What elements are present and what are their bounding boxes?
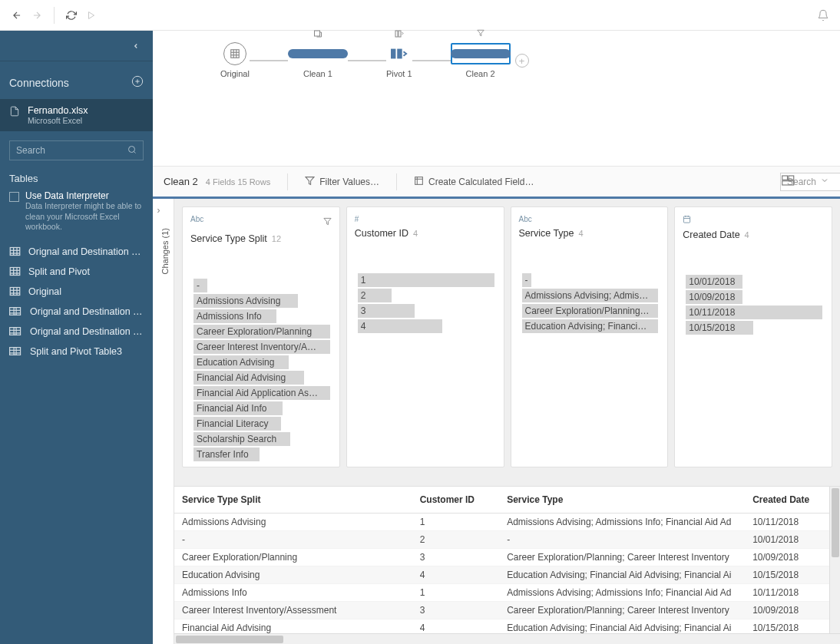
sidebar: Connections Fernando.xlsx Microsoft Exce… [0,31,153,644]
table-item[interactable]: Orignal and Destination … [0,302,153,322]
column-header[interactable]: Customer ID [412,487,500,514]
table-row[interactable]: -2-10/01/2018 [174,531,840,549]
flow-node-clean2[interactable]: Clean 2 [451,43,511,78]
value-row[interactable]: Admissions Info [190,309,332,324]
chevron-down-icon[interactable] [820,176,829,187]
collapse-sidebar-icon[interactable] [130,40,142,52]
svg-marker-43 [477,30,483,36]
value-row[interactable]: Education Advising [190,355,332,370]
value-row[interactable]: 10/11/2018 [683,305,824,320]
tables-label: Tables [0,170,153,190]
svg-rect-40 [399,31,401,37]
svg-rect-45 [415,177,423,184]
value-row[interactable]: 10/01/2018 [683,274,824,289]
svg-marker-0 [89,12,94,18]
svg-rect-39 [395,31,398,37]
add-connection-icon[interactable] [131,75,144,90]
table-item[interactable]: Orignal and Destination … [0,322,153,342]
value-row[interactable]: Career Exploration/Planning [190,324,332,339]
table-row[interactable]: Career Exploration/Planning3Career Explo… [174,549,840,566]
svg-point-4 [129,146,135,152]
refresh-icon[interactable] [65,9,78,21]
value-row[interactable]: Career Exploration/Planning… [519,303,660,319]
svg-rect-6 [10,248,20,256]
table-item[interactable]: Orignal and Destination … [0,242,153,262]
field-card[interactable]: AbcService Type Split12-Admissions Advis… [182,206,340,467]
svg-rect-50 [782,176,788,180]
svg-rect-22 [14,308,21,315]
value-row[interactable]: Admissions Advising; Admis… [519,288,660,303]
field-card[interactable]: #Customer ID41234 [346,206,504,467]
value-row[interactable]: Financial Aid Application As… [190,385,332,401]
svg-rect-21 [10,308,17,315]
value-row[interactable]: 1 [355,272,496,288]
value-row[interactable]: Career Interest Inventory/A… [190,339,332,355]
filter-values-button[interactable]: Filter Values… [305,176,379,188]
flow-node-original[interactable]: Original [220,43,250,78]
table-row[interactable]: Admissions Advising1Admissions Advising;… [174,514,840,531]
back-icon[interactable] [11,9,23,21]
value-row[interactable]: Education Advising; Financi… [519,319,660,334]
table-row[interactable]: Financial Aid Advising4Education Advisin… [174,619,840,634]
calc-icon [414,176,424,188]
connections-label: Connections [9,77,69,89]
value-row[interactable]: 10/15/2018 [683,320,824,335]
sidebar-search[interactable]: Search [9,140,144,160]
svg-rect-38 [314,31,319,36]
table-row[interactable]: Education Advising4Education Advising; F… [174,566,840,584]
flow-node-pivot1[interactable]: Pivot 1 [386,43,412,78]
create-calc-button[interactable]: Create Calculated Field… [414,176,534,188]
value-row[interactable]: Scholarship Search [190,431,332,447]
value-row[interactable]: 2 [355,288,496,303]
checkbox[interactable] [9,192,19,202]
svg-marker-53 [324,218,331,224]
pivot-icon [394,29,405,40]
value-row[interactable]: - [190,278,332,293]
changes-panel-toggle[interactable]: › Changes (1) [153,199,174,644]
forward-icon [31,9,43,21]
scrollbar-vertical[interactable] [829,487,840,633]
scrollbar-horizontal[interactable] [174,633,840,644]
svg-rect-42 [397,49,402,59]
value-row[interactable]: Transfer Info [190,447,332,462]
column-header[interactable]: Service Type [499,487,745,514]
flow-node-clean1[interactable]: Clean 1 [288,43,348,78]
column-header[interactable]: Service Type Split [174,487,412,514]
data-grid[interactable]: Service Type SplitCustomer IDService Typ… [174,487,840,633]
bell-icon[interactable] [817,9,829,21]
step-title: Clean 2 [164,176,198,187]
value-row[interactable]: Financial Literacy [190,416,332,431]
play-icon [85,9,98,21]
field-card[interactable]: AbcService Type4-Admissions Advising; Ad… [511,206,669,467]
field-card[interactable]: Created Date410/01/201810/09/201810/11/2… [674,206,832,467]
value-row[interactable]: 3 [355,303,496,319]
svg-rect-26 [14,328,21,335]
chevron-right-icon: › [157,205,160,216]
connection-file[interactable]: Fernando.xlsx Microsoft Excel [0,99,153,131]
value-row[interactable]: Financial Aid Advising [190,370,332,385]
step-subtitle: 4 Fields 15 Rows [206,177,270,187]
table-row[interactable]: Admissions Info1Admissions Advising; Adm… [174,584,840,602]
add-step-icon[interactable]: + [515,54,529,68]
svg-rect-33 [231,50,240,58]
value-row[interactable]: 4 [355,319,496,334]
table-item[interactable]: Split and Pivot [0,262,153,282]
table-row[interactable]: Career Interest Inventory/Assessment3Car… [174,602,840,619]
filter-icon [305,176,315,188]
svg-line-5 [134,151,135,153]
flow-canvas[interactable]: Original Clean 1 Pivot 1 [153,31,840,166]
value-row[interactable]: 10/09/2018 [683,289,824,305]
table-item[interactable]: Split and Pivot Table3 [0,342,153,362]
step-toolbar: Clean 2 4 Fields 15 Rows Filter Values… … [153,166,840,197]
table-item[interactable]: Original [0,282,153,302]
data-interpreter[interactable]: Use Data Interpreter Data Interpreter mi… [0,190,153,242]
value-row[interactable]: Financial Aid Info [190,401,332,416]
view-toggle-icon[interactable] [782,175,795,188]
svg-rect-51 [789,176,794,180]
filter-icon [477,29,484,38]
value-row[interactable]: Admissions Advising [190,293,332,309]
svg-marker-44 [306,177,314,184]
svg-rect-52 [782,181,794,185]
column-header[interactable]: Created Date [745,487,840,514]
value-row[interactable]: - [519,272,660,288]
